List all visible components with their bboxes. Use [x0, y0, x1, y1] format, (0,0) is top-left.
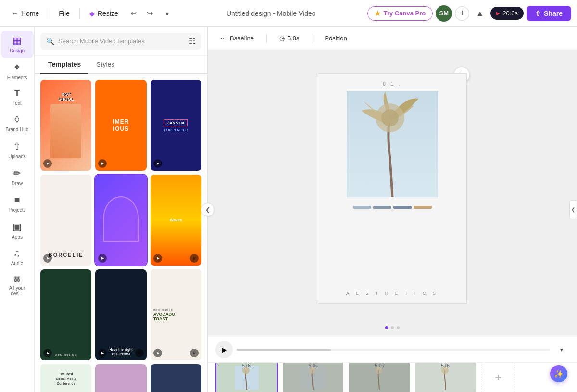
star-icon: ★: [375, 10, 381, 17]
play-icon: [153, 349, 162, 357]
brand-hub-icon: ◊: [15, 114, 20, 125]
play-icon: [153, 159, 162, 168]
template-item[interactable]: Waves ♕: [151, 175, 201, 266]
track-duration: 5.0s: [309, 363, 318, 368]
timeline-tracks: 5.0s 5.0s: [208, 363, 577, 392]
aesthetics-text: A E S T H E T I C S: [346, 291, 439, 296]
track-preview-svg: [434, 366, 458, 390]
color-strip: [353, 206, 371, 209]
template-item[interactable]: JAN VOX POD PLATTER: [151, 80, 201, 171]
template-panel: 🔍 ☷ Templates Styles HOTSHOOL: [35, 27, 208, 392]
divider2: [79, 8, 80, 19]
baseline-button[interactable]: ⋯ Baseline: [215, 32, 259, 45]
play-pause-button[interactable]: ▶: [215, 341, 233, 358]
filter-icon[interactable]: ☷: [189, 37, 196, 46]
file-button[interactable]: File: [53, 7, 75, 20]
expand-timeline-button[interactable]: ▼: [554, 342, 569, 357]
palm-image: [347, 91, 438, 197]
template-item[interactable]: Have the nightof a lifetime ♕: [95, 269, 146, 360]
sub-toolbar: ⋯ Baseline ◷ 5.0s Position: [208, 27, 577, 50]
play-icon: [153, 254, 162, 263]
sidebar-item-design[interactable]: ▦ Design: [1, 31, 34, 58]
add-collaborator-button[interactable]: +: [455, 6, 469, 21]
color-strip: [414, 206, 432, 209]
panel-wrapper: 🔍 ☷ Templates Styles HOTSHOOL: [35, 27, 208, 392]
resize-button[interactable]: ◆ Resize: [84, 7, 124, 20]
sidebar-label-elements: Elements: [7, 75, 27, 81]
sidebar-label-all-designs: All your desi...: [3, 285, 32, 297]
redo-button[interactable]: ↪: [142, 6, 158, 21]
sidebar-item-text[interactable]: T Text: [1, 85, 34, 110]
analytics-button[interactable]: ▲: [472, 6, 488, 21]
color-strip: [393, 206, 412, 209]
search-bar: 🔍 ☷: [35, 27, 207, 56]
sidebar-item-brand-hub[interactable]: ◊ Brand Hub: [1, 110, 34, 137]
sidebar-item-draw[interactable]: ✏ Draw: [1, 164, 34, 190]
page-dot: [385, 326, 388, 329]
timeline-top: ▶ ▼: [208, 337, 577, 363]
magic-button[interactable]: ✨: [550, 365, 567, 382]
play-icon: [43, 254, 52, 263]
collapse-panel-button[interactable]: ❮: [201, 203, 214, 216]
timeline-track[interactable]: 5.0s: [348, 363, 411, 392]
add-slide-button[interactable]: +: [481, 363, 515, 392]
template-item[interactable]: new recipe AVOCADOTOAST ♕: [151, 269, 201, 360]
sidebar-item-apps[interactable]: ▣ Apps: [1, 217, 34, 244]
svg-point-3: [381, 109, 399, 126]
tab-styles[interactable]: Styles: [88, 56, 122, 74]
page-dots: [385, 326, 400, 329]
sidebar-label-uploads: Uploads: [8, 154, 26, 160]
clock-icon: ◷: [279, 35, 285, 42]
sidebar-label-draw: Draw: [12, 181, 23, 187]
template-item[interactable]: Sprig & Sky: [95, 364, 146, 392]
play-icon: ▶: [222, 346, 227, 354]
template-item[interactable]: aesthetics: [40, 269, 91, 360]
share-button[interactable]: ⇧ Share: [527, 6, 571, 21]
timeline: ▶ ▼ 5: [208, 337, 577, 392]
canvas-content: ↻ 0 1 .: [277, 54, 508, 333]
avatar: SM: [436, 5, 452, 22]
crown-icon: ♕: [135, 349, 144, 357]
timeline-track[interactable]: 5.0s: [282, 363, 344, 392]
crown-icon: ♕: [190, 254, 199, 263]
template-item[interactable]: The BestSocial MediaConference: [40, 364, 91, 392]
timeline-track[interactable]: 5.0s: [215, 363, 278, 392]
template-item[interactable]: HOTSHOOL: [40, 80, 91, 171]
hide-panel-button[interactable]: ❮: [569, 200, 577, 219]
track-preview-svg: [235, 366, 259, 390]
apps-icon: ▣: [13, 221, 22, 232]
sidebar-item-all-designs[interactable]: ▩ All your desi...: [1, 270, 34, 301]
search-input[interactable]: [58, 38, 185, 45]
palm-svg: [347, 91, 438, 197]
try-pro-button[interactable]: ★ Try Canva Pro: [367, 6, 433, 21]
position-button[interactable]: Position: [320, 32, 351, 45]
main-layout: ▦ Design ✦ Elements T Text ◊ Brand Hub ⇧…: [0, 27, 577, 392]
save-status-button[interactable]: ●: [160, 6, 175, 21]
sidebar-item-projects[interactable]: ■ Projects: [1, 190, 34, 217]
divider: [49, 8, 49, 19]
home-button[interactable]: ← Home: [6, 7, 45, 20]
sidebar-item-elements[interactable]: ✦ Elements: [1, 58, 34, 85]
play-icon: [43, 159, 52, 168]
sidebar-label-audio: Audio: [11, 261, 24, 266]
search-inner: 🔍 ☷: [40, 33, 201, 50]
topbar: ← Home File ◆ Resize ↩ ↪ ● Untitled desi…: [0, 0, 577, 27]
topbar-actions: ★ Try Canva Pro SM + ▲ ▶ 20.0s ⇧ Share: [367, 5, 571, 22]
template-item[interactable]: THRIFT WITH ME! ♕: [151, 364, 201, 392]
tab-templates[interactable]: Templates: [40, 56, 88, 74]
template-item[interactable]: IMERIOUS: [95, 80, 146, 171]
template-grid: HOTSHOOL IMERIOUS JAN VOX: [35, 74, 207, 392]
design-icon: ▦: [13, 35, 22, 46]
page-dot: [397, 326, 400, 329]
timeline-track[interactable]: 5.0s: [414, 363, 477, 392]
timer-button[interactable]: ▶ 20.0s: [490, 7, 524, 20]
template-item[interactable]: [95, 175, 146, 266]
undo-button[interactable]: ↩: [126, 6, 141, 21]
template-item[interactable]: BORCELIE: [40, 175, 91, 266]
record-icon: ▶: [496, 11, 500, 16]
sidebar-item-uploads[interactable]: ⇧ Uploads: [1, 137, 34, 164]
sidebar-item-audio[interactable]: ♫ Audio: [1, 244, 34, 270]
home-icon: ←: [12, 10, 18, 17]
search-icon: 🔍: [46, 38, 54, 45]
time-button[interactable]: ◷ 5.0s: [275, 32, 304, 45]
